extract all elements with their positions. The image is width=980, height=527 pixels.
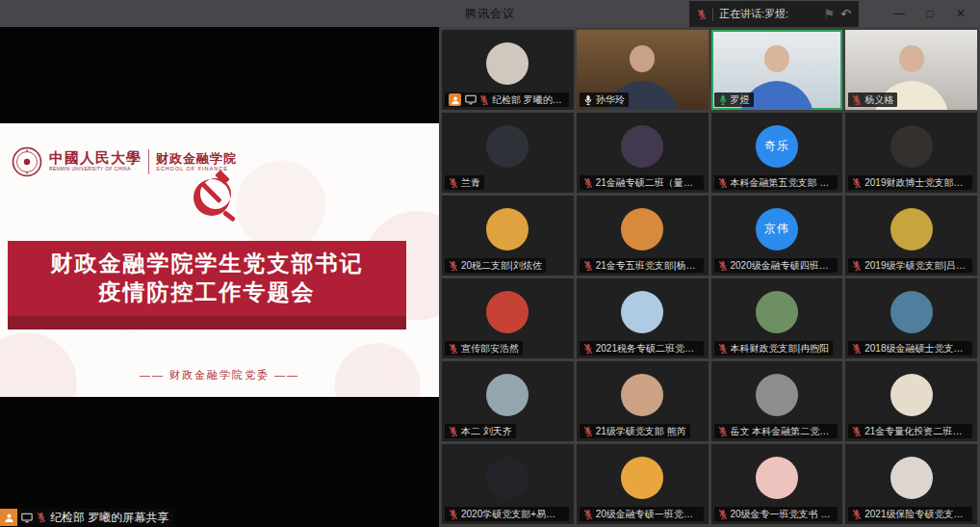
participant-avatar <box>486 374 529 416</box>
participant-avatar <box>486 291 529 333</box>
participant-tile[interactable]: 京伟 2020级金融专硕四班党支部 卫… <box>711 196 843 276</box>
screen-share-panel[interactable]: 中國人民大學 RENMIN UNIVERSITY OF CHINA 财政金融学院… <box>0 27 439 527</box>
participant-avatar <box>756 291 798 333</box>
muted-mic-icon <box>697 9 707 20</box>
participant-avatar <box>486 125 529 168</box>
participant-tile[interactable]: 兰青 <box>442 113 574 193</box>
mic-icon <box>718 426 728 437</box>
participant-label: 21金专量化投资二班党支部+… <box>848 424 972 438</box>
screen-share-icon <box>464 93 477 106</box>
participant-tile[interactable]: 2021税务专硕二班党支部 赵溪… <box>577 278 709 358</box>
participant-tile[interactable]: 岳文 本科金融第二党支部 <box>711 361 843 441</box>
participant-avatar <box>486 42 529 85</box>
mic-icon <box>583 177 593 189</box>
mic-icon <box>852 260 862 272</box>
participant-tile[interactable]: 21金专五班党支部|杨劭泽 <box>577 196 709 276</box>
host-person-icon <box>0 509 17 526</box>
participant-avatar <box>621 374 663 416</box>
participant-name: 20税二支部|刘炫佐 <box>461 259 542 273</box>
mic-icon <box>852 509 862 520</box>
participant-tile[interactable]: 20级金专一班党支书 李泽群 <box>711 444 843 524</box>
participant-label: 2019财政博士党支部——邹雨晰 <box>848 175 972 190</box>
mic-icon <box>718 260 728 272</box>
participant-avatar: 奇乐 <box>756 125 798 168</box>
participant-label: 岳文 本科金融第二党支部 <box>714 424 838 438</box>
participant-label: 2020学硕党支部+易汝云 <box>445 507 569 521</box>
participant-avatar <box>486 457 529 499</box>
participant-tile[interactable]: 罗煜 <box>711 30 843 110</box>
speaking-now-label: 正在讲话:罗煜: <box>719 7 817 21</box>
mic-icon <box>583 260 593 272</box>
participant-tile[interactable]: 纪检部 罗曦的屏幕共享 <box>442 30 574 110</box>
slide-title-banner: 财政金融学院学生党支部书记 疫情防控工作专题会 <box>8 241 406 316</box>
university-name-en: RENMIN UNIVERSITY OF CHINA <box>49 167 132 171</box>
participant-tile[interactable]: 杨义格 <box>845 30 977 110</box>
participant-name: 本科财政党支部|冉煦阳 <box>731 342 830 356</box>
minimize-button[interactable]: — <box>884 0 915 27</box>
participant-grid: 纪检部 罗曦的屏幕共享 孙华玲 <box>439 27 980 527</box>
participant-avatar: 京伟 <box>756 208 798 250</box>
participant-tile[interactable]: 孙华玲 <box>577 30 709 110</box>
mic-icon <box>449 260 458 272</box>
participant-tile[interactable]: 2019级学硕党支部|吕思怡 <box>845 196 977 276</box>
mic-icon <box>718 343 728 355</box>
mic-icon <box>852 94 862 106</box>
undo-arrow-icon[interactable]: ↶ <box>840 7 851 21</box>
school-name-cn: 财政金融学院 <box>156 152 237 166</box>
participant-tile[interactable]: 2018级金融硕士党支部-褚晓芳 <box>845 278 977 358</box>
participant-name: 本科金融第五党支部 张奇乐 <box>731 176 835 190</box>
participant-tile[interactable]: 2021级保险专硕党支部+邵小头 <box>845 444 977 524</box>
participant-avatar <box>890 291 933 333</box>
maximize-button[interactable]: □ <box>915 0 945 27</box>
mic-icon <box>479 94 489 106</box>
mic-icon <box>449 343 458 355</box>
participant-tile[interactable]: 奇乐 本科金融第五党支部 张奇乐 <box>711 113 843 193</box>
participant-name: 2021级保险专硕党支部+邵小头 <box>864 508 968 521</box>
participant-label: 本科金融第五党支部 张奇乐 <box>714 175 838 190</box>
participant-tile[interactable]: 本科财政党支部|冉煦阳 <box>711 278 843 358</box>
participant-avatar <box>890 208 933 250</box>
mic-icon <box>583 343 593 355</box>
participant-label: 兰青 <box>445 175 484 190</box>
participant-label: 罗煜 <box>714 92 754 107</box>
active-speaker-bar[interactable]: 正在讲话:罗煜: ⚑ ↶ <box>689 1 859 27</box>
university-name-cn: 中國人民大學 <box>49 151 142 167</box>
participant-name: 孙华玲 <box>596 93 625 107</box>
participant-tile[interactable]: 本二 刘天齐 <box>442 361 574 441</box>
participant-avatar <box>621 291 663 333</box>
participant-label: 21金专五班党支部|杨劭泽 <box>580 258 704 273</box>
close-button[interactable]: ✕ <box>945 0 976 27</box>
party-emblem-icon <box>189 170 243 225</box>
participant-label: 2019级学硕党支部|吕思怡 <box>848 258 972 273</box>
mic-icon <box>449 426 458 437</box>
muted-mic-icon <box>37 512 46 523</box>
participant-label: 21金融专硕二班（量化投资）… <box>580 175 704 190</box>
participant-name: 21金专五班党支部|杨劭泽 <box>596 259 700 273</box>
participant-tile[interactable]: 21金融专硕二班（量化投资）… <box>577 113 709 193</box>
participant-tile[interactable]: 20税二支部|刘炫佐 <box>442 196 574 276</box>
participant-name: 2018级金融硕士党支部-褚晓芳 <box>864 342 968 356</box>
participant-name: 2019财政博士党支部——邹雨晰 <box>864 176 968 190</box>
banner-shadow <box>8 316 406 329</box>
logo-divider <box>148 149 149 174</box>
participant-name: 2019级学硕党支部|吕思怡 <box>864 259 968 273</box>
participant-name: 21级学硕党支部 熊芮 <box>596 425 686 438</box>
screen-share-icon <box>21 513 33 523</box>
mic-icon <box>852 343 862 355</box>
participant-tile[interactable]: 21级学硕党支部 熊芮 <box>577 361 709 441</box>
participant-tile[interactable]: 20级金融专硕一班党支部 竺… <box>577 444 709 524</box>
flag-icon[interactable]: ⚑ <box>823 7 835 21</box>
participant-avatar <box>890 457 933 499</box>
participant-tile[interactable]: 2019财政博士党支部——邹雨晰 <box>845 113 977 193</box>
mic-icon <box>718 509 728 520</box>
divider <box>712 8 713 21</box>
participant-name: 21金专量化投资二班党支部+… <box>864 425 968 438</box>
mic-icon <box>583 509 593 520</box>
sharer-info-pill[interactable]: 纪检部 罗曦的屏幕共享 <box>0 509 174 526</box>
window-controls: — □ ✕ <box>884 0 976 27</box>
participant-label: 纪检部 罗曦的屏幕共享 <box>445 92 569 107</box>
participant-tile[interactable]: 2020学硕党支部+易汝云 <box>442 444 574 524</box>
participant-tile[interactable]: 21金专量化投资二班党支部+… <box>845 361 977 441</box>
university-seal-icon <box>12 146 42 177</box>
participant-tile[interactable]: 宣传部安浩然 <box>442 278 574 358</box>
